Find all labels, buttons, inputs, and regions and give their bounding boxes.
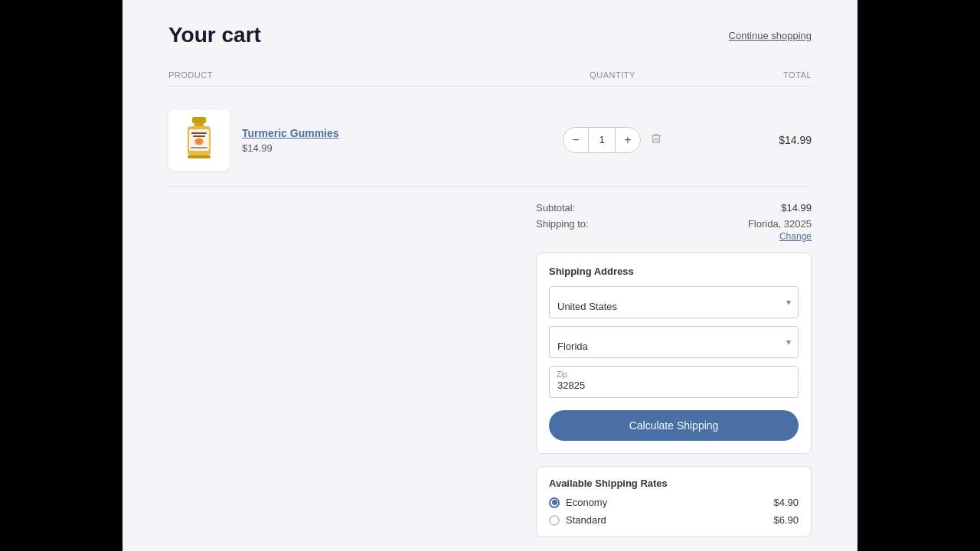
state-select[interactable]: Florida [549,326,799,358]
continue-shopping-link[interactable]: Continue shopping [729,30,812,41]
delete-item-button[interactable] [650,132,662,148]
country-select[interactable]: United States [549,286,799,318]
rate-standard: Standard $6.90 [549,514,799,526]
change-shipping-link[interactable]: Change [536,231,812,242]
quantity-decrease-button[interactable]: − [564,128,588,152]
zip-field-group: Zip [549,366,799,398]
product-info: Turmeric Gummies $14.99 [168,109,536,171]
shipping-row: Shipping to: Florida, 32025 [536,218,812,230]
svg-point-7 [196,139,202,144]
quantity-increase-button[interactable]: + [616,128,640,152]
svg-rect-1 [194,122,204,126]
header-product: PRODUCT [168,70,536,80]
table-row: Turmeric Gummies $14.99 − 1 + $14.99 [168,94,812,187]
shipping-address-title: Shipping Address [549,266,799,277]
rate-economy-label: Economy [566,497,607,508]
subtotal-value: $14.99 [781,202,812,214]
product-image-wrapper [168,109,230,171]
rate-standard-price: $6.90 [773,514,799,526]
subtotal-row: Subtotal: $14.99 [536,202,812,214]
rate-economy-price: $4.90 [773,497,799,508]
shipping-to-label: Shipping to: [536,218,589,230]
svg-rect-9 [188,155,211,158]
product-unit-price: $14.99 [242,142,339,154]
svg-rect-8 [191,147,207,148]
quantity-display: 1 [588,128,616,152]
summary-panel: Subtotal: $14.99 Shipping to: Florida, 3… [536,202,812,551]
quantity-controls: − 1 + [536,127,689,153]
product-details: Turmeric Gummies $14.99 [242,127,339,154]
radio-economy[interactable] [549,497,560,508]
item-total: $14.99 [689,134,812,146]
cart-table-header: PRODUCT QUANTITY TOTAL [168,70,812,86]
shipping-to-value: Florida, 32025 [748,218,812,230]
rate-economy: Economy $4.90 [549,497,799,508]
svg-rect-0 [192,117,206,123]
svg-rect-5 [193,135,205,137]
product-name[interactable]: Turmeric Gummies [242,127,339,139]
state-field-group: State Florida ▾ [549,326,799,358]
calculate-shipping-button[interactable]: Calculate Shipping [549,410,799,441]
summary-section: Subtotal: $14.99 Shipping to: Florida, 3… [168,202,812,551]
shipping-rates-section: Available Shipping Rates Economy $4.90 S… [536,466,812,537]
shipping-rates-title: Available Shipping Rates [549,478,799,489]
zip-label: Zip [557,370,567,379]
header-total: TOTAL [689,70,812,80]
radio-standard[interactable] [549,515,560,526]
svg-rect-4 [191,132,207,134]
country-field-group: Country United States ▾ [549,286,799,318]
header-quantity: QUANTITY [536,70,689,80]
page-title: Your cart [168,23,261,47]
subtotal-label: Subtotal: [536,202,575,214]
rate-standard-label: Standard [566,514,606,526]
zip-input[interactable] [549,366,799,398]
product-image [180,116,218,165]
shipping-address-section: Shipping Address Country United States ▾… [536,253,812,454]
